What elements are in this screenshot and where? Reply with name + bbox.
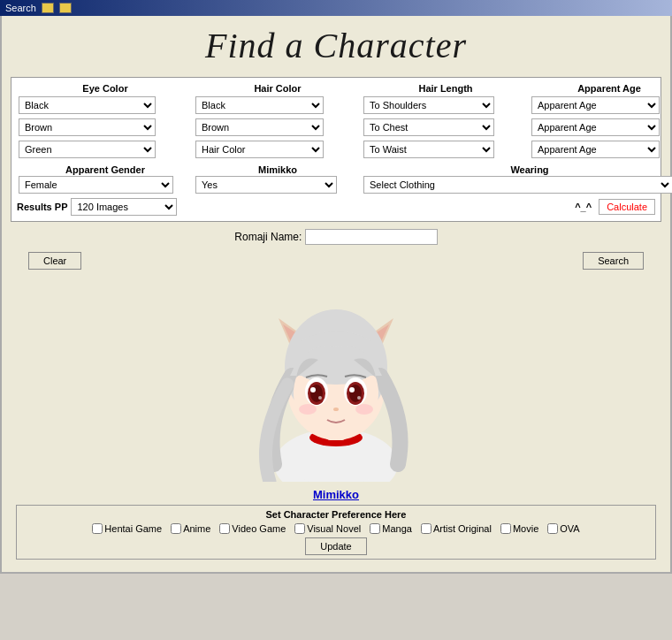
search-button[interactable]: Search	[583, 252, 644, 270]
folder-icon1[interactable]	[42, 3, 54, 13]
hair-color-select-2[interactable]: BrownBlackBlondeRed	[195, 118, 324, 136]
pref-anime-checkbox[interactable]	[171, 523, 181, 534]
top-right-label: ^_^	[575, 202, 592, 212]
window-body: Find a Character Eye Color Hair Color Ha…	[0, 16, 672, 574]
apparent-gender-select[interactable]: FemaleMaleUnknown	[19, 176, 173, 194]
eye-color-select-1[interactable]: BlackBlueBrownGreen	[19, 96, 156, 114]
svg-point-23	[299, 404, 317, 415]
apparent-age-header: Apparent Age	[530, 83, 672, 94]
pref-manga-checkbox[interactable]	[370, 523, 380, 534]
character-svg	[239, 278, 433, 482]
preference-checkboxes: Hentai Game Anime Video Game Visual Nove…	[20, 523, 652, 534]
pref-artist-original[interactable]: Artist Original	[421, 523, 492, 534]
hair-length-header: Hair Length	[362, 83, 530, 94]
svg-point-16	[318, 396, 322, 400]
title-bar-label: Search	[5, 3, 36, 13]
pref-movie[interactable]: Movie	[500, 523, 538, 534]
svg-point-14	[310, 385, 323, 402]
pref-visual-novel-checkbox[interactable]	[294, 523, 305, 534]
mimikko-select[interactable]: YesNo	[195, 176, 337, 194]
romaji-label: Romaji Name:	[234, 231, 302, 243]
preference-section: Set Character Preference Here Hentai Gam…	[16, 505, 656, 560]
svg-point-15	[310, 387, 316, 392]
eye-color-header: Eye Color	[17, 83, 194, 94]
hair-color-select-1[interactable]: BlackBlondeBrownRed	[195, 96, 324, 114]
clear-button[interactable]: Clear	[28, 252, 81, 270]
pref-visual-novel[interactable]: Visual Novel	[294, 523, 361, 534]
gender-mimikko-row: Apparent Gender FemaleMaleUnknown Mimikk…	[17, 163, 655, 194]
hair-length-select-2[interactable]: To ChestTo ShouldersTo WaistShort	[363, 118, 494, 136]
filter-row-2: BrownBlackBlueGreen BrownBlackBlondeRed …	[17, 118, 655, 137]
results-pp-row: Results PP 120 Images24 Images48 Images …	[17, 198, 655, 216]
eye-color-select-2[interactable]: BrownBlackBlueGreen	[19, 118, 156, 136]
hair-color-header: Hair Color	[194, 83, 362, 94]
pref-video-game[interactable]: Video Game	[219, 523, 286, 534]
wearing-label: Wearing	[362, 163, 672, 175]
svg-point-20	[349, 387, 355, 392]
pref-hentai-game-checkbox[interactable]	[92, 523, 103, 534]
column-headers: Eye Color Hair Color Hair Length Apparen…	[17, 83, 655, 94]
pref-hentai-game[interactable]: Hentai Game	[92, 523, 162, 534]
apparent-age-select-3[interactable]: Apparent AgeChildTeenagerAdult	[531, 141, 660, 158]
results-left: Results PP 120 Images24 Images48 Images	[17, 198, 177, 216]
svg-point-22	[333, 408, 339, 411]
pref-artist-original-checkbox[interactable]	[421, 523, 431, 534]
apparent-gender-label: Apparent Gender	[17, 163, 194, 175]
pref-ova[interactable]: OVA	[547, 523, 579, 534]
search-grid: Eye Color Hair Color Hair Length Apparen…	[11, 77, 661, 222]
apparent-age-select-1[interactable]: Apparent AgeChildTeenagerAdult	[531, 96, 660, 114]
pref-anime[interactable]: Anime	[171, 523, 210, 534]
results-pp-label: Results PP	[17, 202, 67, 212]
results-pp-select[interactable]: 120 Images24 Images48 Images	[71, 198, 177, 216]
svg-point-21	[357, 396, 361, 400]
character-image-container	[11, 278, 661, 484]
pref-ova-checkbox[interactable]	[547, 523, 558, 534]
svg-point-24	[355, 404, 373, 415]
eye-color-select-3[interactable]: GreenBlackBlueBrown	[19, 141, 156, 158]
filter-row-1: BlackBlueBrownGreen BlackBlondeBrownRed …	[17, 95, 655, 115]
hair-length-select-1[interactable]: To ShouldersTo ChestTo WaistShort	[363, 96, 494, 114]
svg-point-19	[349, 385, 362, 402]
mimikko-label: Mimikko	[194, 163, 362, 175]
page-title: Find a Character	[11, 25, 661, 66]
pref-video-game-checkbox[interactable]	[219, 523, 230, 534]
hair-length-select-3[interactable]: To WaistTo ShouldersTo ChestShort	[363, 141, 494, 158]
update-btn-row: Update	[20, 537, 652, 555]
update-button[interactable]: Update	[305, 537, 366, 555]
wearing-select[interactable]: Select ClothingUniformSwimsuit LingerieK…	[363, 176, 672, 194]
folder-icon2[interactable]	[59, 3, 72, 13]
romaji-row: Romaji Name:	[11, 229, 661, 245]
title-bar: Search	[0, 0, 672, 16]
pref-movie-checkbox[interactable]	[500, 523, 511, 534]
character-name[interactable]: Mimikko	[11, 488, 661, 501]
apparent-age-select-2[interactable]: Apparent AgeChildTeenagerAdult	[531, 118, 660, 136]
calculate-button[interactable]: Calculate	[599, 199, 655, 215]
hair-color-select-3[interactable]: Hair ColorBlackBlondeBrown	[195, 141, 324, 158]
filter-row-3: GreenBlackBlueBrown Hair ColorBlackBlond…	[17, 140, 655, 159]
romaji-input[interactable]	[305, 229, 438, 245]
preference-section-title: Set Character Preference Here	[20, 509, 652, 520]
pref-manga[interactable]: Manga	[370, 523, 412, 534]
buttons-row: Clear Search	[11, 250, 661, 271]
